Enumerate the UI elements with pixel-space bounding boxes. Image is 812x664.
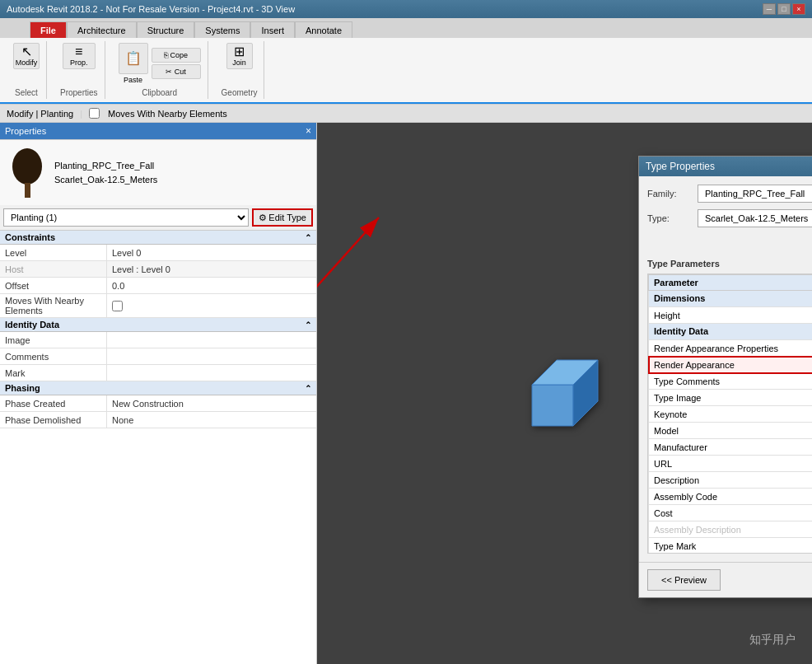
svg-line-6 [317, 217, 379, 341]
tab-annotate[interactable]: Annotate [295, 21, 352, 38]
tab-structure[interactable]: Structure [137, 21, 195, 38]
moves-nearby-checkbox[interactable] [89, 108, 100, 119]
preview-family: Planting_RPC_Tree_Fall [54, 159, 157, 173]
rename-row: Rename... [647, 234, 812, 252]
value-host: Level : Level 0 [107, 261, 316, 277]
instance-dropdown[interactable]: Planting (1) [3, 208, 249, 227]
collapse-identity[interactable]: ⌃ [305, 320, 311, 330]
prop-row-image: Image [0, 332, 316, 348]
modify-icons: ↖ Modify [13, 43, 40, 69]
param-phase-demolished: Phase Demolished [0, 412, 107, 428]
ribbon-group-properties: ≡ Prop. Properties [54, 41, 105, 99]
props-table: Constraints ⌃ Level Level 0 Host Level :… [0, 231, 316, 664]
modify-tool-icon[interactable]: ↖ Modify [13, 43, 40, 69]
maximize-button[interactable]: □ [777, 3, 791, 15]
type-dropdown[interactable]: Scarlet_Oak-12.5_Meters [698, 209, 812, 227]
type-properties-dialog: Type Properties × Family: Planting_RPC_T… [638, 156, 812, 598]
paste-icon[interactable]: 📋 [119, 43, 148, 74]
tab-systems[interactable]: Systems [194, 21, 250, 38]
table-row-manufacturer[interactable]: Manufacturer [649, 439, 813, 456]
ribbon-group-geometry: ⊞ Join Geometry [215, 41, 265, 99]
preview-info: Planting_RPC_Tree_Fall Scarlet_Oak-12.5_… [54, 159, 157, 186]
cut-icon[interactable]: ✂ Cut [152, 64, 201, 79]
param-mark: Mark [0, 365, 107, 381]
edit-type-button[interactable]: ⚙ Edit Type [252, 208, 313, 227]
param-render-appearance: Render Appearance [649, 357, 813, 373]
tree-preview-icon [7, 146, 48, 199]
svg-point-0 [12, 148, 42, 185]
instance-selector: Planting (1) ⚙ Edit Type [0, 205, 316, 231]
type-row: Type: Scarlet_Oak-12.5_Meters Duplicate.… [647, 209, 812, 227]
table-row-assembly-description[interactable]: Assembly Description [649, 521, 813, 538]
table-row-render-appearance[interactable]: Render Appearance Scarlet Oak [Fall] [649, 357, 813, 373]
param-assembly-description: Assembly Description [649, 521, 813, 538]
prop-row-comments: Comments [0, 348, 316, 365]
table-row-type-comments[interactable]: Type Comments Scarlet Oak [649, 373, 813, 390]
family-dropdown[interactable]: Planting_RPC_Tree_Fall [698, 185, 812, 203]
right-canvas-area: Type Properties × Family: Planting_RPC_T… [317, 123, 812, 664]
param-assembly-code: Assembly Code [649, 489, 813, 505]
preview-area: Planting_RPC_Tree_Fall Scarlet_Oak-12.5_… [0, 139, 316, 205]
title-text: Autodesk Revit 2018.2 - Not For Resale V… [7, 4, 295, 14]
watermark: 知乎用户 [749, 633, 796, 648]
param-level: Level [0, 245, 107, 260]
table-row-keynote[interactable]: Keynote [649, 406, 813, 423]
table-row-cost[interactable]: Cost [649, 505, 813, 521]
properties-icon[interactable]: ≡ Prop. [63, 43, 96, 69]
table-row-height[interactable]: Height 12500.0 [649, 307, 813, 324]
value-comments [107, 348, 316, 364]
collapse-constraints[interactable]: ⌃ [305, 233, 311, 242]
join-icon[interactable]: ⊞ Join [226, 43, 253, 69]
table-section-dimensions: Dimensions ⌃ [649, 291, 813, 307]
table-header-row: Parameter Value [649, 275, 813, 291]
table-row-description[interactable]: Description [649, 472, 813, 489]
table-row-model[interactable]: Model [649, 423, 813, 439]
tab-insert[interactable]: Insert [250, 21, 295, 38]
table-row-assembly-code[interactable]: Assembly Code [649, 489, 813, 505]
collapse-phasing[interactable]: ⌃ [305, 384, 311, 393]
table-row-render-appearance-props[interactable]: Render Appearance Properties Edit... [649, 340, 813, 357]
svg-rect-1 [25, 183, 30, 198]
param-phase-created: Phase Created [0, 395, 107, 411]
table-row-type-mark[interactable]: Type Mark [649, 538, 813, 554]
title-bar: Autodesk Revit 2018.2 - Not For Resale V… [0, 0, 812, 18]
tab-file[interactable]: File [30, 21, 67, 38]
param-offset: Offset [0, 278, 107, 293]
panel-close-button[interactable]: × [306, 125, 311, 137]
param-cost: Cost [649, 505, 813, 521]
param-keynote: Keynote [649, 406, 813, 423]
ribbon: File Architecture Structure Systems Inse… [0, 18, 812, 105]
ribbon-tabs: File Architecture Structure Systems Inse… [0, 18, 812, 38]
param-height: Height [649, 307, 813, 324]
param-moves-nearby: Moves With Nearby Elements [0, 294, 107, 317]
geometry-group-label: Geometry [222, 88, 258, 97]
value-offset: 0.0 [107, 278, 316, 293]
close-window-button[interactable]: × [792, 3, 805, 15]
copy-icon[interactable]: ⎘ Cope [152, 48, 201, 63]
panel-title: Properties [5, 126, 46, 136]
tab-architecture[interactable]: Architecture [67, 21, 137, 38]
edit-type-label: Edit Type [268, 213, 306, 222]
col-parameter: Parameter [649, 275, 813, 291]
param-manufacturer: Manufacturer [649, 439, 813, 456]
separator: | [80, 109, 82, 119]
dialog-footer: << Preview OK Cancel Apply [639, 562, 812, 597]
table-section-identity: Identity Data ⌃ [649, 324, 813, 340]
type-params-label: Type Parameters [647, 259, 812, 269]
section-header-constraints: Constraints ⌃ [0, 231, 316, 245]
type-props-scroll[interactable]: Parameter Value Dimension [647, 274, 812, 554]
param-host: Host [0, 261, 107, 277]
moves-nearby-prop-checkbox[interactable] [112, 301, 123, 311]
param-comments: Comments [0, 348, 107, 364]
dialog-title-bar: Type Properties × [639, 157, 812, 176]
param-type-image: Type Image [649, 390, 813, 406]
table-row-url[interactable]: URL [649, 456, 813, 472]
panel-header: Properties × [0, 123, 316, 139]
value-mark [107, 365, 316, 381]
value-moves-nearby [107, 294, 316, 317]
preview-button[interactable]: << Preview [647, 569, 721, 591]
minimize-button[interactable]: ─ [763, 3, 776, 15]
value-phase-created: New Construction [107, 395, 316, 411]
table-row-type-image[interactable]: Type Image [649, 390, 813, 406]
canvas: Type Properties × Family: Planting_RPC_T… [317, 123, 812, 664]
